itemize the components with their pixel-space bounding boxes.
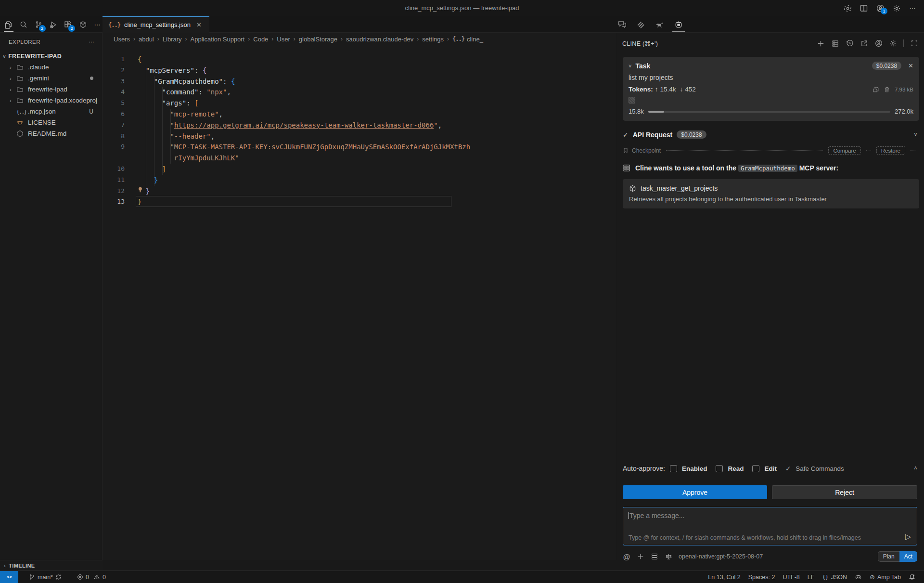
breadcrumb-item[interactable]: Application Support: [191, 36, 245, 43]
breadcrumb-item[interactable]: cline_: [467, 36, 483, 43]
checkbox-enabled[interactable]: [670, 465, 677, 472]
checkbox-read-label[interactable]: Read: [728, 465, 744, 472]
breadcrumb-item[interactable]: abdul: [139, 36, 154, 43]
tree-item-license[interactable]: LICENSE: [0, 117, 102, 128]
task-collapse-chevron[interactable]: ˅: [629, 63, 631, 69]
code-line[interactable]: 7 "https://app.getgram.ai/mcp/speakeasy-…: [103, 120, 616, 131]
cline-view-icon[interactable]: [673, 19, 684, 30]
account-icon[interactable]: 1: [876, 4, 885, 13]
remote-indicator[interactable]: ><: [0, 571, 18, 583]
tree-item--gemini[interactable]: ›.gemini: [0, 73, 102, 84]
more-actions-icon[interactable]: ⋯: [909, 4, 917, 13]
tool-card[interactable]: task_master_get_projects Retrieves all p…: [623, 179, 919, 208]
auto-approve-collapse-chevron[interactable]: ˄: [914, 465, 917, 472]
compare-button[interactable]: Compare: [828, 146, 860, 155]
code-line[interactable]: 12 }: [103, 186, 616, 197]
code-line[interactable]: 9 "MCP-TASK-MASTER-API-KEY:svCJUkmFUNZjG…: [103, 142, 616, 153]
explorer-more-icon[interactable]: ⋯: [89, 39, 96, 45]
code-line[interactable]: 2 "mcpServers": {: [103, 65, 616, 76]
api-request-row[interactable]: ✓ API Request $0.0238 ˅: [623, 130, 917, 139]
explorer-root[interactable]: ˅ FREEWRITE-IPAD: [0, 50, 102, 62]
encoding[interactable]: UTF-8: [779, 574, 803, 581]
approve-button[interactable]: Approve: [623, 485, 767, 499]
tree-item-freewrite-ipad-xcodeproj[interactable]: ›freewrite-ipad.xcodeproj: [0, 95, 102, 106]
panel-settings-icon[interactable]: [889, 39, 897, 48]
source-control-icon[interactable]: 2: [34, 19, 43, 30]
eol-indicator[interactable]: LF: [804, 574, 819, 581]
account-panel-icon[interactable]: [874, 39, 883, 48]
tree-item--mcp-json[interactable]: {..}.mcp.jsonU: [0, 106, 102, 117]
open-in-editor-icon[interactable]: [860, 39, 868, 48]
cursor-position[interactable]: Ln 13, Col 2: [704, 574, 744, 581]
lightbulb-icon[interactable]: [137, 186, 143, 194]
branch-item[interactable]: main*: [25, 574, 65, 581]
code-line[interactable]: 6 "mcp-remote",: [103, 109, 616, 120]
checkbox-enabled-label[interactable]: Enabled: [682, 465, 707, 472]
add-icon[interactable]: [637, 553, 644, 560]
code-line[interactable]: 4 "command": "npx",: [103, 87, 616, 98]
code-line[interactable]: 11 }: [103, 175, 616, 186]
new-task-icon[interactable]: [817, 39, 825, 48]
activity-more-icon[interactable]: ⋯: [93, 19, 103, 30]
breadcrumb-item[interactable]: Code: [253, 36, 268, 43]
breadcrumb-item[interactable]: globalStorage: [299, 36, 337, 43]
code-editor[interactable]: 1{2 "mcpServers": {3 "GramMcpauthdemo": …: [103, 54, 616, 207]
trash-icon[interactable]: [884, 86, 890, 93]
editor-tab[interactable]: {..} cline_mcp_settings.json ✕: [103, 16, 209, 33]
history-icon[interactable]: [846, 39, 854, 48]
message-input[interactable]: Type a message... Type @ for context, / …: [623, 507, 917, 545]
run-debug-icon[interactable]: [49, 19, 58, 30]
checkbox-edit-label[interactable]: Edit: [764, 465, 777, 472]
model-label[interactable]: openai-native:gpt-5-2025-08-07: [679, 553, 763, 560]
timeline-section[interactable]: › TIMELINE: [0, 560, 103, 570]
kangaroo-view-icon[interactable]: [654, 19, 665, 30]
mcp-servers-icon[interactable]: [831, 39, 839, 48]
context-mention-icon[interactable]: @: [623, 553, 630, 560]
extensions-icon[interactable]: 2: [63, 19, 73, 30]
explorer-icon[interactable]: [4, 19, 13, 30]
breadcrumb-item[interactable]: settings: [422, 36, 444, 43]
copy-icon[interactable]: [873, 86, 879, 93]
code-line[interactable]: 13}: [103, 196, 616, 207]
copilot-icon[interactable]: [851, 574, 866, 581]
code-line[interactable]: 3 "GramMcpauthdemo": {: [103, 76, 616, 87]
breadcrumb-item[interactable]: User: [277, 36, 290, 43]
reject-button[interactable]: Reject: [772, 485, 917, 499]
language-mode[interactable]: {﻿} JSON: [818, 574, 851, 581]
remote-explorer-icon[interactable]: [78, 19, 88, 30]
amp-tab-item[interactable]: ⊘ Amp Tab: [866, 573, 905, 581]
code-line[interactable]: 5 "args": [: [103, 98, 616, 109]
cache-square[interactable]: [629, 97, 635, 104]
code-line[interactable]: 10 ]: [103, 164, 616, 175]
toolbar-mcp-icon[interactable]: [651, 553, 658, 560]
act-toggle[interactable]: Act: [899, 551, 917, 562]
search-icon[interactable]: [19, 19, 28, 30]
api-request-chevron[interactable]: ˅: [914, 131, 917, 138]
code-line[interactable]: 8 "--header",: [103, 131, 616, 142]
split-editor-icon[interactable]: [860, 4, 868, 13]
plan-toggle[interactable]: Plan: [878, 551, 899, 562]
code-line[interactable]: 1{: [103, 54, 616, 65]
breadcrumb-item[interactable]: saoudrizwan.claude-dev: [346, 36, 413, 43]
breadcrumb-item[interactable]: Library: [163, 36, 182, 43]
tree-item-freewrite-ipad[interactable]: ›freewrite-ipad: [0, 84, 102, 95]
fullscreen-icon[interactable]: [910, 39, 918, 48]
checkbox-read[interactable]: [716, 465, 723, 472]
rules-scales-icon[interactable]: [665, 553, 672, 560]
restore-button[interactable]: Restore: [876, 146, 905, 155]
breadcrumb-item[interactable]: Users: [114, 36, 130, 43]
code-line[interactable]: rIyYmJpduLKJhLK": [103, 153, 616, 164]
chat-view-icon[interactable]: [617, 19, 628, 30]
task-close-icon[interactable]: ✕: [908, 62, 913, 69]
tree-item--claude[interactable]: ›.claude: [0, 62, 102, 73]
tab-close-icon[interactable]: ✕: [196, 21, 202, 28]
checkbox-edit[interactable]: [752, 465, 759, 472]
safe-commands-label[interactable]: Safe Commands: [796, 465, 844, 472]
amp-view-icon[interactable]: [636, 19, 646, 30]
settings-gear-icon[interactable]: [892, 4, 901, 13]
indent-info[interactable]: Spaces: 2: [744, 574, 779, 581]
send-icon[interactable]: ▷: [905, 532, 911, 541]
tree-item-readme-md[interactable]: README.md: [0, 128, 102, 139]
notifications-bell-icon[interactable]: [905, 574, 919, 581]
errors-item[interactable]: 0 0: [73, 574, 110, 581]
